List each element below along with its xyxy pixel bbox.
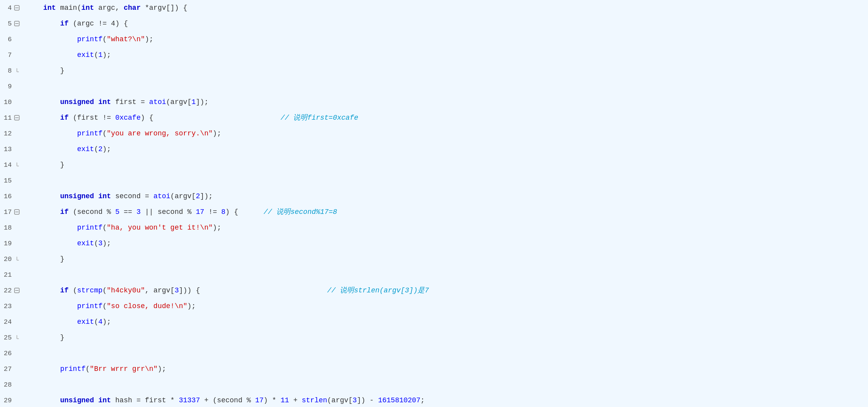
code-token-plain: ( bbox=[102, 283, 107, 298]
code-token-plain: ); bbox=[102, 47, 111, 63]
code-token-plain: argc, bbox=[94, 0, 124, 16]
code-token-plain: *argv[]) { bbox=[140, 0, 187, 16]
code-token-fn: printf bbox=[60, 361, 86, 377]
line-number: 16 bbox=[0, 193, 12, 200]
line-number: 17 bbox=[0, 208, 12, 216]
line-number-area: 17 bbox=[0, 204, 39, 220]
code-token-str: "so close, dude!\n" bbox=[107, 298, 187, 314]
code-content: exit(2); bbox=[39, 141, 868, 157]
line-number-area: 28 bbox=[0, 377, 39, 392]
line-number-area: 4 bbox=[0, 0, 39, 16]
code-editor: 4int main(int argc, char *argv[]) {5 if … bbox=[0, 0, 868, 407]
code-content bbox=[39, 173, 868, 188]
code-content: if (second % 5 == 3 || second % 17 != 8)… bbox=[39, 204, 868, 220]
line-number-area: 14 bbox=[0, 157, 39, 173]
fold-collapse-icon[interactable] bbox=[13, 114, 20, 121]
code-token-num: 5 bbox=[115, 204, 120, 220]
code-line: 7 exit(1); bbox=[0, 47, 868, 63]
code-token-plain: ])) { bbox=[179, 283, 200, 298]
code-token-num: 8 bbox=[221, 204, 226, 220]
line-number: 8 bbox=[0, 67, 12, 75]
code-line: 14 } bbox=[0, 157, 868, 173]
line-number: 18 bbox=[0, 224, 12, 232]
line-number: 14 bbox=[0, 161, 12, 169]
line-number-area: 11 bbox=[0, 110, 39, 126]
code-token-plain: ( bbox=[94, 235, 98, 251]
code-content: printf("so close, dude!\n"); bbox=[39, 298, 868, 314]
code-token-plain: ); bbox=[102, 314, 111, 330]
code-content: printf("you are wrong, sorry.\n"); bbox=[39, 126, 868, 141]
fold-end-icon bbox=[13, 67, 20, 74]
line-number: 5 bbox=[0, 20, 12, 27]
fold-collapse-icon[interactable] bbox=[13, 208, 20, 215]
code-token-kw: int bbox=[81, 0, 94, 16]
code-token-str: "what?\n" bbox=[107, 31, 145, 47]
code-token-plain: ( bbox=[94, 314, 98, 330]
indent-space bbox=[43, 141, 77, 157]
line-number: 13 bbox=[0, 146, 12, 153]
line-number: 21 bbox=[0, 271, 12, 279]
code-token-hex: 0xcafe bbox=[115, 110, 141, 126]
fold-collapse-icon[interactable] bbox=[13, 20, 20, 27]
code-line: 28 bbox=[0, 377, 868, 392]
code-line: 11 if (first != 0xcafe) { // 说明first=0xc… bbox=[0, 110, 868, 126]
code-token-plain: (argc != 4) { bbox=[69, 16, 128, 31]
code-line: 21 bbox=[0, 267, 868, 283]
code-token-num: 3 bbox=[137, 204, 141, 220]
code-token-comment: // 说明first=0xcafe bbox=[153, 110, 358, 126]
code-token-plain: ( bbox=[69, 283, 77, 298]
line-number-area: 29 bbox=[0, 392, 39, 407]
code-token-num: 1615810207 bbox=[378, 392, 420, 407]
code-token-plain: ( bbox=[94, 141, 98, 157]
code-token-plain bbox=[94, 94, 98, 110]
code-content: } bbox=[39, 157, 868, 173]
code-token-kw: if bbox=[60, 283, 69, 298]
indent-space bbox=[43, 283, 60, 298]
code-token-plain: ); bbox=[213, 126, 221, 141]
code-line: 18 printf("ha, you won't get it!\n"); bbox=[0, 220, 868, 235]
indent-space bbox=[43, 330, 60, 345]
line-number: 19 bbox=[0, 240, 12, 247]
line-number-area: 18 bbox=[0, 220, 39, 235]
line-number-area: 27 bbox=[0, 361, 39, 377]
code-line: 16 unsigned int second = atoi(argv[2]); bbox=[0, 188, 868, 204]
code-content: exit(4); bbox=[39, 314, 868, 330]
code-content bbox=[39, 345, 868, 361]
code-token-plain: ); bbox=[102, 235, 111, 251]
fold-collapse-icon[interactable] bbox=[13, 4, 20, 11]
code-token-plain: (second % bbox=[69, 204, 115, 220]
code-token-fn: printf bbox=[77, 298, 102, 314]
code-token-plain: second = bbox=[111, 188, 153, 204]
code-token-fn: printf bbox=[77, 31, 102, 47]
code-token-kw: if bbox=[60, 204, 69, 220]
code-token-num: 1 bbox=[191, 94, 196, 110]
code-token-plain: ]) - bbox=[357, 392, 378, 407]
code-token-plain: ) * bbox=[264, 392, 281, 407]
code-token-num: 17 bbox=[196, 204, 204, 220]
line-number: 15 bbox=[0, 177, 12, 184]
code-content: unsigned int first = atoi(argv[1]); bbox=[39, 94, 868, 110]
code-token-plain: ) { bbox=[140, 110, 153, 126]
indent-space bbox=[43, 235, 77, 251]
code-content: printf("what?\n"); bbox=[39, 31, 868, 47]
line-number-area: 26 bbox=[0, 345, 39, 361]
code-token-plain: hash = first * bbox=[111, 392, 179, 407]
code-token-plain: ( bbox=[102, 220, 107, 235]
code-token-plain: (first != bbox=[69, 110, 115, 126]
line-number: 28 bbox=[0, 381, 12, 389]
fold-collapse-icon[interactable] bbox=[13, 287, 20, 294]
code-token-plain: ( bbox=[94, 47, 98, 63]
indent-space bbox=[43, 314, 77, 330]
code-line: 10 unsigned int first = atoi(argv[1]); bbox=[0, 94, 868, 110]
line-number: 20 bbox=[0, 256, 12, 263]
code-token-plain: ); bbox=[187, 298, 196, 314]
code-token-num: 31337 bbox=[179, 392, 200, 407]
line-number-area: 20 bbox=[0, 251, 39, 267]
code-token-plain: ); bbox=[145, 31, 153, 47]
code-token-str: "you are wrong, sorry.\n" bbox=[107, 126, 213, 141]
code-token-num: 2 bbox=[196, 188, 200, 204]
indent-space bbox=[43, 31, 77, 47]
line-number-area: 10 bbox=[0, 94, 39, 110]
code-token-plain: (argv[ bbox=[170, 188, 196, 204]
code-content: exit(3); bbox=[39, 235, 868, 251]
